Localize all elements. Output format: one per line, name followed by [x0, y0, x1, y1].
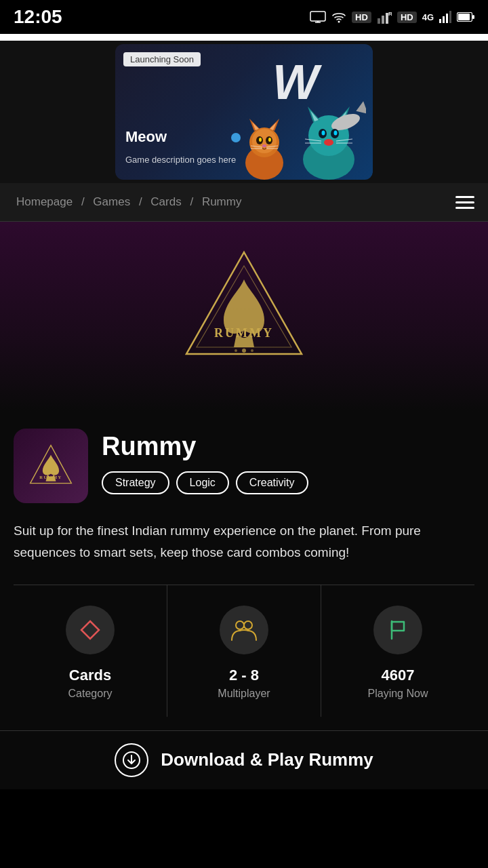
- diamond-icon: [79, 618, 102, 642]
- download-label: Download & Play Rummy: [161, 749, 373, 770]
- status-bar: 12:05 HD R HD 4G: [0, 0, 488, 34]
- cat-orange-illustration: [237, 105, 291, 180]
- cat-blue-illustration: [291, 92, 366, 180]
- breadcrumb-cards[interactable]: Cards: [150, 195, 181, 208]
- svg-point-42: [334, 131, 338, 136]
- game-info-section: RUMMY Rummy Strategy Logic Creativity Su…: [0, 412, 488, 730]
- battery-icon: [457, 12, 474, 22]
- svg-rect-11: [449, 11, 451, 23]
- rummy-emblem-svg: RUMMY: [176, 242, 312, 378]
- signal-bars-icon: [439, 11, 451, 23]
- hd-badge: HD: [352, 12, 371, 23]
- stat-playing-value: 4607: [382, 667, 415, 684]
- status-time: 12:05: [14, 6, 62, 28]
- hero-section: RUMMY: [0, 222, 488, 412]
- svg-point-24: [259, 138, 262, 142]
- banner-section: Launching Soon W: [0, 41, 488, 183]
- svg-point-43: [324, 139, 333, 146]
- svg-text:RUMMY: RUMMY: [214, 326, 274, 340]
- stat-category-label: Category: [68, 688, 113, 700]
- svg-point-41: [322, 131, 325, 136]
- game-app-icon: RUMMY: [14, 429, 88, 503]
- svg-point-3: [338, 21, 340, 23]
- download-icon: [122, 751, 141, 770]
- breadcrumb: Homepage / Games / Cards / Rummy: [14, 195, 244, 209]
- svg-point-51: [242, 349, 246, 353]
- top-white-bar: [0, 34, 488, 41]
- stat-multiplayer-value: 2 - 8: [229, 667, 259, 684]
- svg-rect-0: [310, 12, 325, 21]
- nav-bar: Homepage / Games / Cards / Rummy: [0, 183, 488, 222]
- signal-r-icon: R: [377, 10, 392, 24]
- 4g-badge: 4G: [422, 12, 434, 22]
- hamburger-line-2: [455, 201, 474, 203]
- stat-category: Cards Category: [14, 585, 167, 717]
- svg-text:R: R: [388, 11, 392, 17]
- banner-card[interactable]: Launching Soon W: [115, 44, 373, 180]
- playing-now-icon-circle: [373, 606, 422, 654]
- flag-icon: [386, 618, 409, 642]
- screen-icon: [310, 11, 326, 23]
- rummy-logo-container: RUMMY: [176, 242, 312, 378]
- breadcrumb-sep1: /: [81, 195, 87, 208]
- svg-rect-10: [446, 14, 448, 23]
- dot-indicator: [231, 133, 241, 142]
- svg-rect-4: [378, 18, 380, 24]
- svg-rect-13: [458, 14, 470, 20]
- multiplayer-icon-circle: [220, 606, 268, 654]
- svg-text:RUMMY: RUMMY: [39, 475, 62, 479]
- status-icons: HD R HD 4G: [310, 10, 474, 24]
- game-title: Rummy: [102, 432, 474, 461]
- svg-point-56: [236, 621, 244, 629]
- game-icon-spade: RUMMY: [27, 442, 75, 490]
- svg-point-53: [251, 349, 253, 352]
- tag-logic[interactable]: Logic: [176, 471, 229, 494]
- svg-point-52: [235, 349, 237, 352]
- hamburger-line-1: [455, 196, 474, 198]
- game-title-area: Rummy Strategy Logic Creativity: [102, 429, 474, 494]
- svg-rect-9: [443, 16, 445, 23]
- category-icon-circle: [66, 606, 115, 654]
- banner-game-title: Meow: [125, 128, 167, 146]
- banner-game-desc: Game description goes here: [125, 154, 236, 166]
- hamburger-line-3: [455, 207, 474, 209]
- svg-point-57: [244, 621, 252, 629]
- breadcrumb-sep2: /: [139, 195, 145, 208]
- game-description: Suit up for the finest Indian rummy expe…: [14, 520, 474, 564]
- svg-rect-5: [382, 16, 384, 24]
- game-tags: Strategy Logic Creativity: [102, 471, 474, 494]
- stat-playing-label: Playing Now: [368, 688, 428, 700]
- download-icon-circle: [115, 743, 148, 777]
- stat-multiplayer-label: Multiplayer: [218, 688, 270, 700]
- download-bar[interactable]: Download & Play Rummy: [0, 730, 488, 789]
- tag-creativity[interactable]: Creativity: [236, 471, 308, 494]
- svg-point-26: [262, 144, 266, 147]
- hd2-badge: HD: [397, 12, 417, 23]
- breadcrumb-home[interactable]: Homepage: [16, 195, 73, 208]
- tag-strategy[interactable]: Strategy: [102, 471, 169, 494]
- hamburger-menu-button[interactable]: [455, 196, 474, 209]
- wifi-calling-icon: [331, 10, 346, 24]
- breadcrumb-sep3: /: [190, 195, 196, 208]
- breadcrumb-games[interactable]: Games: [93, 195, 130, 208]
- svg-rect-14: [472, 15, 474, 19]
- stats-row: Cards Category 2 - 8 Multiplayer: [14, 585, 474, 717]
- stat-playing-now: 4607 Playing Now: [321, 585, 474, 717]
- stat-category-value: Cards: [69, 667, 111, 684]
- launching-label: Launching Soon: [123, 52, 201, 66]
- svg-rect-8: [439, 19, 441, 23]
- people-icon: [230, 618, 258, 642]
- game-header: RUMMY Rummy Strategy Logic Creativity: [14, 429, 474, 503]
- breadcrumb-current[interactable]: Rummy: [202, 195, 242, 208]
- stat-multiplayer: 2 - 8 Multiplayer: [167, 585, 321, 717]
- svg-point-25: [268, 138, 271, 142]
